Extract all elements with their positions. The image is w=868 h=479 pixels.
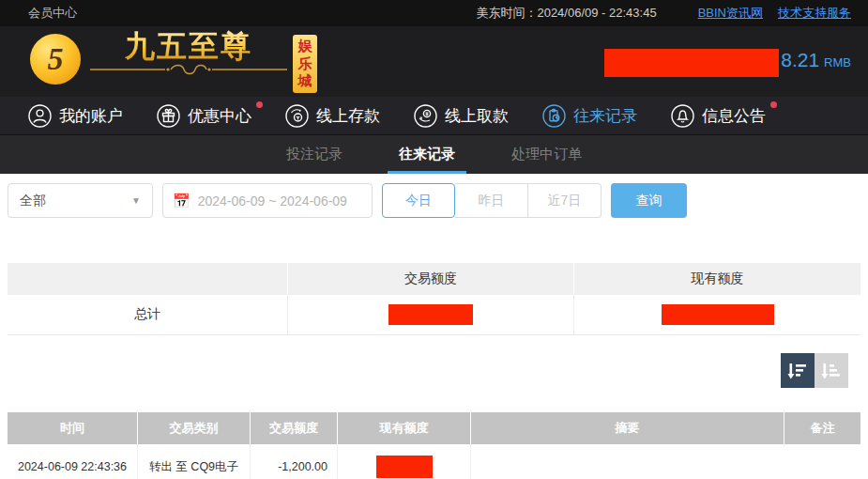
col-header-summary: 摘要 xyxy=(471,412,784,444)
table-row: 2024-06-09 22:43:36 转出 至 CQ9电子 -1,200.00… xyxy=(8,444,860,479)
nav-label: 优惠中心 xyxy=(188,105,251,127)
summary-header-transaction-amount: 交易额度 xyxy=(288,263,574,295)
gift-icon xyxy=(157,104,180,128)
range-last7days-button[interactable]: 近7日 xyxy=(528,183,602,218)
logo-subtitle-badge: 娱乐城 xyxy=(293,35,317,93)
eastern-time-label: 美东时间：2024/06/09 - 22:43:45 xyxy=(476,5,656,22)
calendar-icon: 📅 xyxy=(173,193,190,209)
nav-item-online-withdrawal[interactable]: 线上取款 xyxy=(414,104,509,128)
withdraw-icon xyxy=(414,104,437,128)
flourish-icon xyxy=(90,64,287,75)
nav-item-online-deposit[interactable]: 线上存款 xyxy=(285,104,380,128)
notification-dot xyxy=(256,101,263,108)
cell-time: 2024-06-09 22:43:36 xyxy=(8,444,138,479)
nav-label: 线上存款 xyxy=(316,105,380,127)
col-header-type: 交易类别 xyxy=(138,412,251,444)
summary-current-balance-cell xyxy=(574,295,860,334)
amount-redaction-block xyxy=(388,304,473,325)
tab-betting-records[interactable]: 投注记录 xyxy=(275,135,354,174)
account-balance: 8.21 RMB xyxy=(604,49,851,77)
summary-transaction-amount-cell xyxy=(288,295,574,334)
balance-amount: 8.21 xyxy=(781,49,819,71)
date-range-input[interactable]: 📅 2024-06-09 ~ 2024-06-09 xyxy=(162,183,373,218)
range-today-button[interactable]: 今日 xyxy=(382,183,455,218)
main-nav: 我的账户 优惠中心 线上存款 xyxy=(0,97,868,135)
col-header-balance: 现有额度 xyxy=(338,412,471,444)
col-header-remark: 备注 xyxy=(784,412,860,444)
sort-ascending-icon xyxy=(821,361,842,381)
logo-text-wrap: 九五至尊 xyxy=(90,30,287,75)
bell-icon xyxy=(671,104,694,128)
col-header-time: 时间 xyxy=(8,412,138,444)
sort-ascending-button[interactable] xyxy=(815,353,848,388)
bbin-news-link[interactable]: BBIN资讯网 xyxy=(698,5,763,22)
cell-type: 转出 至 CQ9电子 xyxy=(138,444,251,479)
sub-nav: 投注记录 往来记录 处理中订单 xyxy=(0,135,868,174)
tab-transaction-records[interactable]: 往来记录 xyxy=(388,135,466,174)
logo-monogram-icon: 5 xyxy=(30,34,81,85)
balance-currency: RMB xyxy=(824,55,851,70)
summary-header-current-balance: 现有额度 xyxy=(574,263,860,295)
col-header-amount: 交易额度 xyxy=(251,412,338,444)
sort-descending-icon xyxy=(787,361,808,381)
nav-item-transaction-records[interactable]: 往来记录 xyxy=(542,104,637,128)
nav-item-my-account[interactable]: 我的账户 xyxy=(28,104,123,128)
tab-processing-orders[interactable]: 处理中订单 xyxy=(500,135,593,174)
notification-dot xyxy=(770,101,777,108)
records-table: 时间 交易类别 交易额度 现有额度 摘要 备注 2024-06-09 22:43… xyxy=(8,412,860,479)
summary-header-empty xyxy=(8,263,288,295)
summary-header-row: 交易额度 现有额度 xyxy=(8,263,860,295)
records-icon xyxy=(542,104,566,128)
nav-label: 信息公告 xyxy=(702,105,766,127)
date-range-value: 2024-06-09 ~ 2024-06-09 xyxy=(198,193,347,209)
summary-total-row: 总计 xyxy=(8,295,860,335)
logo-title: 九五至尊 xyxy=(125,30,252,63)
type-select-value: 全部 xyxy=(20,193,46,209)
quick-range-group: 今日 昨日 近7日 xyxy=(382,183,602,218)
type-select[interactable]: 全部 ▼ xyxy=(8,183,153,218)
query-button[interactable]: 查询 xyxy=(611,183,687,218)
row-balance-redaction-block xyxy=(376,456,433,478)
sort-descending-button[interactable] xyxy=(781,353,815,388)
chevron-down-icon: ▼ xyxy=(131,195,141,206)
balance-redaction-block xyxy=(604,49,779,77)
member-center-label: 会员中心 xyxy=(28,5,77,22)
cell-remark xyxy=(784,444,860,479)
cell-balance xyxy=(338,444,471,479)
tech-support-link[interactable]: 技术支持服务 xyxy=(778,5,851,22)
top-bar: 会员中心 美东时间：2024/06/09 - 22:43:45 BBIN资讯网 … xyxy=(0,0,868,26)
site-logo[interactable]: 5 九五至尊 娱乐城 xyxy=(30,30,317,93)
user-icon xyxy=(28,104,52,128)
nav-label: 往来记录 xyxy=(573,105,637,127)
site-header: 5 九五至尊 娱乐城 8.21 RMB xyxy=(0,26,868,97)
summary-table: 交易额度 现有额度 总计 xyxy=(8,263,860,335)
balance-redaction-block xyxy=(662,304,774,325)
range-yesterday-button[interactable]: 昨日 xyxy=(455,183,528,218)
summary-total-label: 总计 xyxy=(8,295,288,334)
nav-item-promotions[interactable]: 优惠中心 xyxy=(157,104,251,128)
nav-label: 我的账户 xyxy=(59,105,123,127)
nav-label: 线上取款 xyxy=(445,105,509,127)
deposit-icon xyxy=(285,104,309,128)
records-header-row: 时间 交易类别 交易额度 现有额度 摘要 备注 xyxy=(8,412,860,444)
cell-amount: -1,200.00 xyxy=(251,444,338,479)
nav-item-announcements[interactable]: 信息公告 xyxy=(671,104,766,128)
filter-bar: 全部 ▼ 📅 2024-06-09 ~ 2024-06-09 今日 昨日 近7日… xyxy=(0,174,868,218)
sort-toolbar xyxy=(0,353,868,388)
